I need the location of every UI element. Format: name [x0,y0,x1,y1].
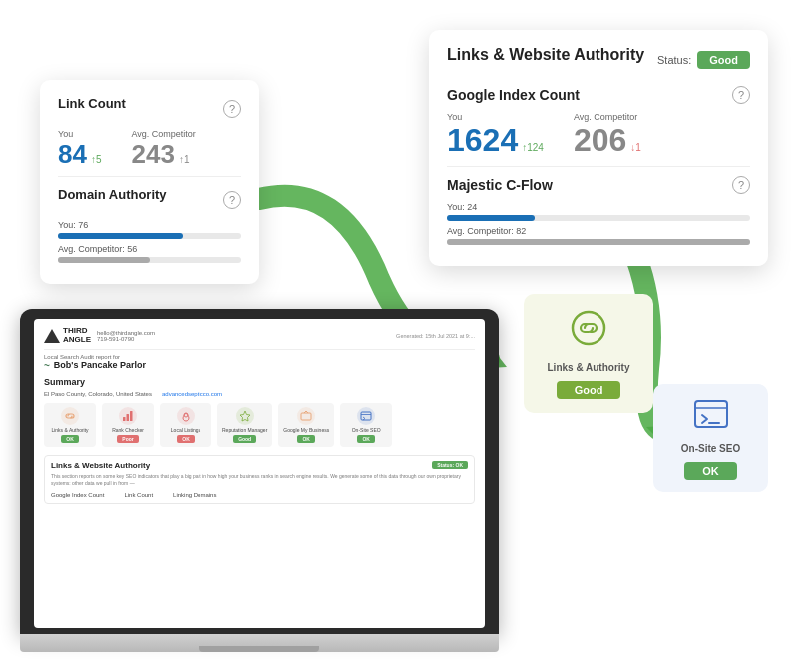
laptop-base [20,634,499,652]
competitor-majestic-bar-bg [447,239,750,245]
gmb-label: Google My Business [283,427,329,433]
status-icons-row: Links & Authority OK Rank Checker Poor [44,403,475,447]
summary-row: El Paso County, Colorado, United States … [44,391,475,397]
svg-rect-8 [130,411,133,421]
status-icon-reputation: Reputation Manager Good [217,403,272,447]
competitor-google-trend: ↓1 [630,142,641,153]
links-authority-status: Good [557,381,621,399]
report-header: THIRDANGLE hello@thirdangle.com 719-591-… [44,327,475,350]
competitor-link-trend: ↑1 [179,154,190,165]
card-links-authority-small: Links & Authority Good [524,294,653,413]
svg-rect-2 [573,312,604,344]
competitor-google-index: 206 [574,124,626,156]
status-label: Status: [657,54,691,66]
card-onsite-seo-small: On-Site SEO OK [653,384,768,492]
summary-website: advancedsepticco.com [162,391,222,397]
links-label: Links & Authority [49,427,91,433]
metrics-row: Google Index Count Link Count Linking Do… [51,492,468,498]
avg-competitor-label-right: Avg. Competitor [574,112,641,122]
main-scene: Link Count ? You 84 ↑5 Avg. Competitor 2… [0,0,798,672]
links-website-title: Links & Website Authority [447,46,644,64]
company-email: hello@thirdangle.com [97,330,155,336]
competitor-majestic-bar-fill [447,239,750,245]
metric-linking: Linking Domains [173,492,216,498]
link-count-title: Link Count [58,96,126,111]
competitor-link-count: 243 [131,141,174,167]
listings-badge: OK [177,435,195,443]
links-icon-circle [61,407,79,425]
reputation-label: Reputation Manager [222,427,267,433]
you-label-left: You [58,129,101,139]
google-index-help-icon[interactable]: ? [732,86,750,104]
you-domain-bar-bg [58,233,241,239]
report-content: THIRDANGLE hello@thirdangle.com 719-591-… [34,319,485,628]
onsite-seo-label: On-Site SEO [663,442,758,455]
avg-competitor-label-left: Avg. Competitor [131,129,195,139]
competitor-domain-bar-fill [58,257,150,263]
you-majestic-bar-bg [447,215,750,221]
svg-rect-11 [301,413,311,420]
rank-badge: Poor [117,435,138,443]
svg-rect-6 [123,417,126,421]
link-count-help-icon[interactable]: ? [223,100,241,118]
links-authority-label: Links & Authority [536,361,641,374]
card-links-website-authority: Links & Website Authority Status: Good G… [429,30,768,266]
status-icon-rank: Rank Checker Poor [102,403,154,447]
domain-authority-help-icon[interactable]: ? [223,191,241,209]
links-section-status: Status: OK [432,461,468,469]
company-logo-text: THIRDANGLE [63,327,91,345]
links-authority-icon [536,308,641,355]
you-domain-label: You: 76 [58,220,241,230]
svg-marker-10 [240,411,250,421]
competitor-domain-bar-bg [58,257,241,263]
status-icon-links: Links & Authority OK [44,403,96,447]
links-section-header: Links & Website Authority Status: OK [51,461,468,470]
reputation-icon-circle [236,407,254,425]
majestic-help-icon[interactable]: ? [732,176,750,194]
business-name: Bob's Pancake Parlor [44,360,475,371]
onsite-badge: OK [357,435,375,443]
summary-title: Summary [44,377,475,387]
laptop-screen: THIRDANGLE hello@thirdangle.com 719-591-… [34,319,485,628]
laptop: THIRDANGLE hello@thirdangle.com 719-591-… [20,309,499,652]
onsite-label: On-Site SEO [345,427,387,433]
metric-google: Google Index Count [51,492,104,498]
competitor-domain-label: Avg. Competitor: 56 [58,244,241,254]
listings-label: Local Listings [165,427,206,433]
you-majestic-bar-fill [447,215,535,221]
you-domain-bar-fill [58,233,183,239]
card-link-count: Link Count ? You 84 ↑5 Avg. Competitor 2… [40,80,259,284]
onsite-seo-status: OK [684,462,737,480]
google-index-title: Google Index Count [447,87,580,103]
you-google-index: 1624 [447,124,518,156]
svg-rect-12 [361,412,371,420]
you-label-right: You [447,112,544,122]
rank-label: Rank Checker [107,427,149,433]
status-icon-gmb: Google My Business OK [278,403,334,447]
you-link-count: 84 [58,141,87,167]
listings-icon-circle [177,407,195,425]
logo-triangle [44,329,60,343]
status-area: Status: Good [657,51,750,69]
you-majestic-label: You: 24 [447,202,750,212]
gen-date: Generated: 15th Jul 2021 at 9:... [396,333,475,339]
status-icon-listings: Local Listings OK [160,403,211,447]
competitor-majestic-label: Avg. Competitor: 82 [447,226,750,236]
laptop-screen-outer: THIRDANGLE hello@thirdangle.com 719-591-… [20,309,499,634]
domain-authority-title: Domain Authority [58,187,167,202]
links-section: Links & Website Authority Status: OK Thi… [44,455,475,504]
gmb-badge: OK [297,435,315,443]
metric-link-count: Link Count [124,492,153,498]
status-icon-onsite: On-Site SEO OK [340,403,392,447]
company-phone: 719-591-0790 [97,336,155,342]
reputation-badge: Good [233,435,256,443]
links-section-desc: This section reports on some key SEO ind… [51,473,468,487]
you-link-trend: ↑5 [91,154,102,165]
onsite-icon-circle [357,407,375,425]
links-section-title: Links & Website Authority [51,461,150,470]
summary-location: El Paso County, Colorado, United States [44,391,152,397]
you-google-trend: ↑124 [522,142,544,153]
links-badge: OK [61,435,79,443]
status-badge: Good [697,51,750,69]
svg-rect-7 [127,414,130,421]
